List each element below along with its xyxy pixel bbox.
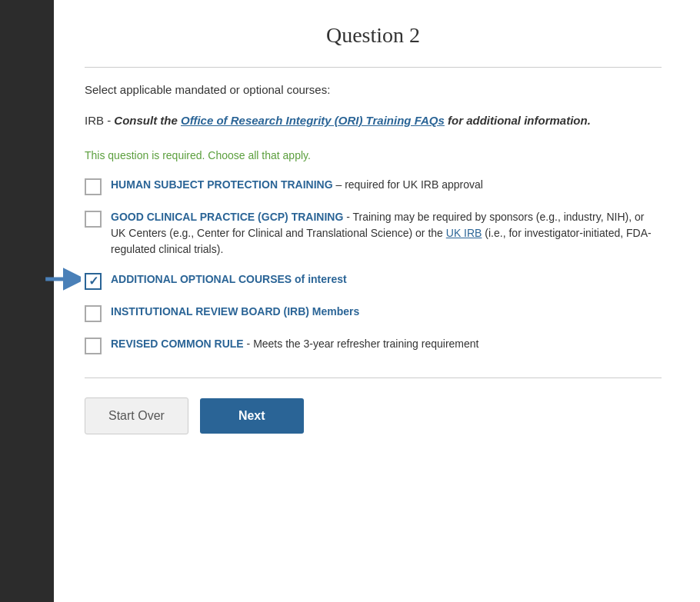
page-title: Question 2 bbox=[85, 23, 662, 48]
checkbox-opt3[interactable]: ✓ bbox=[85, 273, 102, 290]
checkbox-opt5[interactable] bbox=[85, 338, 102, 354]
arrow-indicator bbox=[42, 266, 81, 296]
option-label-3: ADDITIONAL OPTIONAL COURSES of interest bbox=[111, 273, 347, 285]
ori-link[interactable]: Office of Research Integrity (ORI) Train… bbox=[181, 114, 445, 127]
option-label-1: HUMAN SUBJECT PROTECTION TRAINING bbox=[111, 178, 333, 191]
option-text-4: INSTITUTIONAL REVIEW BOARD (IRB) Members bbox=[111, 304, 359, 320]
option-desc-1: – required for UK IRB approval bbox=[335, 178, 482, 191]
list-item: HUMAN SUBJECT PROTECTION TRAINING – requ… bbox=[85, 177, 662, 195]
arrow-icon bbox=[42, 266, 81, 293]
list-item: GOOD CLINICAL PRACTICE (GCP) TRAINING - … bbox=[85, 209, 662, 258]
top-divider bbox=[85, 67, 662, 68]
checkmark-icon: ✓ bbox=[88, 275, 98, 288]
option-text-3: ADDITIONAL OPTIONAL COURSES of interest bbox=[111, 271, 347, 288]
irb-bold-suffix: for additional information. bbox=[445, 114, 591, 127]
uk-irb-link[interactable]: UK IRB bbox=[446, 227, 482, 239]
next-button[interactable]: Next bbox=[200, 398, 304, 434]
list-item: INSTITUTIONAL REVIEW BOARD (IRB) Members bbox=[85, 304, 662, 322]
main-content: Question 2 Select applicable mandated or… bbox=[54, 0, 700, 602]
checkbox-opt4[interactable] bbox=[85, 305, 102, 322]
option-label-4: INSTITUTIONAL REVIEW BOARD (IRB) Members bbox=[111, 305, 359, 318]
irb-notice: IRB - Consult the Office of Research Int… bbox=[85, 111, 662, 130]
option-text-1: HUMAN SUBJECT PROTECTION TRAINING – requ… bbox=[111, 177, 483, 193]
checkbox-opt2[interactable] bbox=[85, 211, 102, 228]
required-text: This question is required. Choose all th… bbox=[85, 149, 662, 161]
option-desc-5: - Meets the 3-year refresher training re… bbox=[247, 338, 479, 350]
start-over-button[interactable]: Start Over bbox=[85, 397, 188, 434]
option-text-5: REVISED COMMON RULE - Meets the 3-year r… bbox=[111, 336, 479, 352]
checkbox-opt1[interactable] bbox=[85, 178, 102, 195]
bottom-divider bbox=[85, 377, 662, 378]
option-label-2: GOOD CLINICAL PRACTICE (GCP) TRAINING bbox=[111, 211, 343, 223]
option-label-5: REVISED COMMON RULE bbox=[111, 338, 244, 350]
irb-bold-prefix: Consult the bbox=[114, 114, 181, 127]
irb-prefix: IRB - bbox=[85, 114, 114, 127]
left-sidebar bbox=[0, 0, 54, 602]
button-row: Start Over Next bbox=[85, 397, 662, 434]
instruction-text: Select applicable mandated or optional c… bbox=[85, 83, 662, 96]
option-text-2: GOOD CLINICAL PRACTICE (GCP) TRAINING - … bbox=[111, 209, 662, 258]
list-item: REVISED COMMON RULE - Meets the 3-year r… bbox=[85, 336, 662, 354]
options-list: HUMAN SUBJECT PROTECTION TRAINING – requ… bbox=[85, 177, 662, 354]
list-item: ✓ ADDITIONAL OPTIONAL COURSES of interes… bbox=[85, 271, 662, 290]
